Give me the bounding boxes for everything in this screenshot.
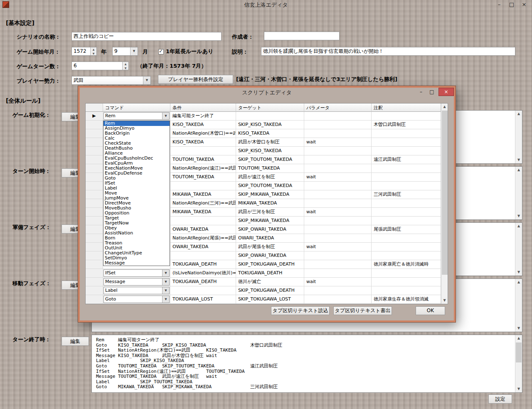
dropdown-item[interactable]: AssistNation [103, 231, 170, 236]
column-header-command[interactable]: コマンド [103, 103, 170, 112]
row-selector[interactable] [86, 225, 103, 234]
dropdown-item[interactable]: Message [103, 261, 170, 266]
cell-condition[interactable]: TOUTOMI_TAKEDA [170, 155, 236, 164]
cell-parameter[interactable] [304, 182, 372, 190]
cell-target[interactable]: OWARI_TAKEDA [236, 234, 304, 243]
row-selector[interactable] [86, 121, 103, 129]
cell-note[interactable] [372, 147, 441, 155]
grid-scrollbar[interactable]: ▲ ▼ [441, 103, 448, 304]
victory-condition-button[interactable]: プレイヤー勝利条件設定 [158, 75, 233, 84]
cell-condition[interactable]: KISO_TAKEDA [170, 121, 236, 129]
dropdown-item[interactable]: Label [103, 186, 170, 191]
minimize-button[interactable]: – [493, 0, 505, 9]
dropdown-item[interactable]: EvalCpuBushoIncDec [103, 156, 170, 161]
cell-condition[interactable]: OWARI_TAKEDA [170, 243, 236, 251]
close-button[interactable]: × [518, 0, 530, 9]
command-combo[interactable]: Goto▼ [103, 296, 170, 303]
cell-condition[interactable]: TOKUGAWA_DEATH [170, 260, 236, 269]
cell-target[interactable]: SKIP_KISO_TAKEDA [236, 147, 304, 155]
cell-parameter[interactable] [304, 251, 372, 260]
dialog-titlebar[interactable]: スクリプトエディタ – □ × [80, 88, 454, 98]
maximize-button[interactable]: □ [505, 0, 518, 9]
cell-parameter[interactable]: wait [304, 208, 372, 217]
scroll-up-icon[interactable]: ▲ [515, 167, 522, 173]
cell-parameter[interactable] [304, 260, 372, 269]
dropdown-item[interactable]: SetDimyo [103, 256, 170, 261]
start-month-combo[interactable]: 9 ▼ [112, 47, 138, 56]
save-tsv-button[interactable]: タブ区切りテキスト書出 [333, 306, 392, 315]
scrollbar[interactable]: ▲ ▼ [515, 335, 522, 392]
cell-condition[interactable]: NationAtRegion(木曽口)==武田 [170, 129, 236, 138]
scroll-down-icon[interactable]: ▼ [515, 213, 522, 219]
cell-command[interactable]: Message▼ [103, 278, 170, 286]
cell-condition[interactable]: NationAtRegion(尾張)==武田 [170, 234, 236, 243]
cell-condition[interactable]: TOKUGAWA_DEATH [170, 278, 236, 286]
cell-target[interactable]: SKIP_TOKUGAWA_DEATH [236, 286, 304, 295]
dialog-close-button[interactable]: × [438, 88, 454, 96]
cell-note[interactable]: 尾張武田制圧 [372, 225, 441, 234]
cell-note[interactable] [372, 234, 441, 243]
cell-target[interactable]: SKIP_KISO_TAKEDA [236, 121, 304, 129]
chevron-down-icon[interactable]: ▼ [162, 287, 169, 294]
cell-parameter[interactable]: wait [304, 173, 372, 182]
ok-button[interactable]: OK [416, 306, 445, 315]
cell-note[interactable] [372, 286, 441, 295]
scrollbar[interactable]: ▲ ▼ [515, 279, 522, 332]
spinner-down-icon[interactable]: ▼ [123, 66, 128, 70]
cell-note[interactable] [372, 138, 441, 147]
row-selector[interactable] [86, 138, 103, 147]
cell-note[interactable] [372, 217, 441, 225]
cell-condition[interactable]: TOKUGAWA_LOST [170, 295, 236, 304]
row-selector[interactable] [86, 155, 103, 164]
chevron-down-icon[interactable]: ▼ [162, 113, 169, 119]
cell-parameter[interactable] [304, 112, 372, 121]
cell-command[interactable]: Label▼ [103, 286, 170, 295]
row-selector[interactable] [86, 173, 103, 182]
cell-parameter[interactable] [304, 147, 372, 155]
dropdown-item[interactable]: JumpMove [103, 196, 170, 201]
cell-note[interactable]: 木曽口武田制圧 [372, 121, 441, 129]
dropdown-item[interactable]: MoveBusho [103, 206, 170, 211]
dropdown-item[interactable]: Move [103, 191, 170, 196]
script-row[interactable]: ▶Rem▼編集可能ターン終了 [86, 112, 441, 121]
cell-parameter[interactable] [304, 234, 372, 243]
scroll-up-icon[interactable]: ▲ [441, 103, 448, 110]
dropdown-item[interactable]: DirectMove [103, 201, 170, 206]
chevron-down-icon[interactable]: ▼ [143, 76, 150, 84]
row-selector[interactable] [86, 260, 103, 269]
dropdown-item[interactable]: Calc [103, 136, 170, 141]
cell-parameter[interactable] [304, 295, 372, 304]
scrollbar-thumb[interactable] [516, 342, 522, 362]
cell-note[interactable] [372, 269, 441, 278]
command-combo[interactable]: IfSet▼ [103, 269, 170, 277]
script-row[interactable]: Goto▼TOKUGAWA_LOSTSKIP_TOKUGAWA_LOST徳川家康… [86, 295, 441, 304]
cell-parameter[interactable]: wait [304, 278, 372, 286]
cell-command[interactable]: Rem▼ [103, 112, 170, 121]
cell-target[interactable]: SKIP_MIKAWA_TAKEDA [236, 190, 304, 199]
dropdown-item[interactable]: Opposition [103, 211, 170, 216]
cell-command[interactable]: Goto▼ [103, 295, 170, 304]
cell-parameter[interactable]: wait [304, 138, 372, 147]
command-combo[interactable]: Label▼ [103, 287, 170, 294]
chevron-down-icon[interactable]: ▼ [162, 278, 169, 285]
cell-target[interactable]: 徳川が滅亡 [236, 278, 304, 286]
cell-condition[interactable]: (IsLiveNationDaimyo(徳川)==0)&&(RegionNumA… [170, 269, 236, 278]
cell-parameter[interactable] [304, 286, 372, 295]
cell-condition[interactable] [170, 286, 236, 295]
cell-note[interactable] [372, 251, 441, 260]
row-selector[interactable]: ▶ [86, 112, 103, 121]
load-tsv-button[interactable]: タブ区切りテキスト読込 [271, 306, 330, 315]
scenario-name-input[interactable] [71, 32, 222, 41]
dropdown-item[interactable]: Obey [103, 226, 170, 231]
script-row[interactable]: IfSet▼(IsLiveNationDaimyo(徳川)==0)&&(Regi… [86, 269, 441, 278]
turn-count-spinner[interactable]: 6 ▲▼ [71, 62, 129, 70]
row-selector[interactable] [86, 234, 103, 243]
row-selector[interactable] [86, 190, 103, 199]
scrollbar[interactable]: ▲ ▼ [515, 167, 522, 219]
cell-target[interactable]: SKIP_MIKAWA_TAKEDA [236, 217, 304, 225]
extend-rule-checkbox[interactable]: ✓ 1年延長ルールあり [158, 48, 213, 55]
cell-parameter[interactable] [304, 269, 372, 278]
window-titlebar[interactable]: 信玄上洛エディタ – □ × [0, 0, 532, 9]
dropdown-item[interactable]: Treason [103, 241, 170, 246]
scroll-down-icon[interactable]: ▼ [515, 157, 522, 163]
